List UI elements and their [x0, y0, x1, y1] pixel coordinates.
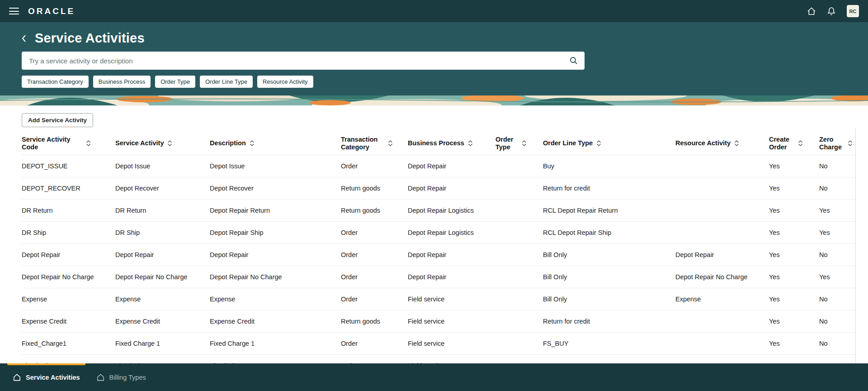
table-row[interactable]: DEPOT_ISSUEDepot IssueDepot IssueOrderDe…: [22, 155, 856, 177]
table-cell: Order: [341, 244, 408, 266]
table-cell: Yes: [819, 266, 856, 288]
table-row[interactable]: Depot Repair No ChargeDepot Repair No Ch…: [22, 266, 856, 288]
sort-icon[interactable]: [388, 140, 392, 147]
column-header-service-activity[interactable]: Service Activity: [115, 132, 210, 155]
table-cell: [495, 266, 543, 288]
column-header-resource-activity[interactable]: Resource Activity: [675, 132, 769, 155]
table-cell: RCL Depot Repair Ship: [543, 222, 675, 244]
table-cell: Yes: [769, 200, 819, 222]
table-cell: Fixed_Charge1: [22, 333, 115, 355]
table-cell: Field service: [408, 288, 495, 310]
table-cell: [495, 288, 543, 310]
banner-pattern: [0, 95, 868, 105]
filter-chip-order-line-type[interactable]: Order Line Type: [200, 76, 253, 88]
table-cell: Buy: [543, 155, 675, 177]
sort-icon[interactable]: [168, 140, 172, 147]
table-cell: Order: [341, 266, 408, 288]
column-label: Description: [210, 139, 246, 147]
table-cell: DR Ship: [115, 222, 210, 244]
back-button[interactable]: [20, 34, 28, 43]
sort-icon[interactable]: [522, 140, 526, 147]
table-row[interactable]: Expense CreditExpense CreditExpense Cred…: [22, 310, 856, 333]
column-header-zero-charge[interactable]: Zero Charge: [819, 132, 856, 155]
sort-icon[interactable]: [848, 140, 852, 147]
table-cell: Fixed Charge 1: [115, 333, 210, 355]
table-cell: Yes: [769, 288, 819, 310]
sort-icon[interactable]: [597, 140, 601, 147]
column-header-description[interactable]: Description: [210, 132, 341, 155]
table-cell: Field service: [408, 333, 495, 355]
table-cell: Return for credit: [543, 177, 675, 200]
filter-chip-order-type[interactable]: Order Type: [155, 76, 195, 88]
filter-chip-transaction-category[interactable]: Transaction Category: [22, 76, 89, 88]
table-cell: No: [819, 310, 856, 333]
column-header-create-order[interactable]: Create Order: [769, 132, 819, 155]
sort-icon[interactable]: [735, 140, 739, 147]
table-cell: Yes: [819, 222, 856, 244]
table-cell: Bill Only: [543, 244, 675, 266]
table-cell: Expense: [115, 288, 210, 310]
page-header: Service Activities Transaction CategoryB…: [0, 22, 868, 95]
table-cell: DEPOT_ISSUE: [22, 155, 115, 177]
sort-icon[interactable]: [86, 140, 90, 147]
add-service-activity-button[interactable]: Add Service Activity: [22, 113, 93, 127]
table-row[interactable]: ExpenseExpenseExpenseOrderField serviceB…: [22, 288, 856, 310]
table-cell: Expense Credit: [115, 310, 210, 333]
table-cell: [495, 200, 543, 222]
footer-tab-billing-types[interactable]: Billing Types: [96, 363, 146, 391]
column-header-transaction-category[interactable]: Transaction Category: [341, 132, 408, 155]
filter-chip-business-process[interactable]: Business Process: [93, 76, 151, 88]
table-cell: Bill Only: [543, 266, 675, 288]
table-cell: Yes: [769, 333, 819, 355]
table-cell: Yes: [769, 244, 819, 266]
table-row[interactable]: DEPOT_RECOVERDepot RecoverDepot RecoverR…: [22, 177, 856, 200]
home-icon[interactable]: [805, 5, 818, 18]
table-cell: No: [819, 244, 856, 266]
user-avatar[interactable]: RC: [847, 5, 859, 17]
table-cell: [495, 222, 543, 244]
search-box: [22, 52, 585, 70]
table-row[interactable]: Fixed_Charge1Fixed Charge 1Fixed Charge …: [22, 333, 856, 355]
column-header-business-process[interactable]: Business Process: [408, 132, 495, 155]
table-cell: Yes: [769, 155, 819, 177]
column-header-order-line-type[interactable]: Order Line Type: [543, 132, 675, 155]
table-cell: Depot Repair: [408, 266, 495, 288]
table-cell: Depot Repair: [22, 244, 115, 266]
table-cell: Yes: [769, 222, 819, 244]
column-header-service-activity-code[interactable]: Service Activity Code: [22, 132, 115, 155]
table-scrollbar[interactable]: [855, 128, 856, 363]
search-icon[interactable]: [569, 56, 578, 65]
table-cell: [675, 310, 769, 333]
footer-tab-label: Billing Types: [109, 374, 146, 381]
table-cell: [675, 155, 769, 177]
page-title: Service Activities: [35, 31, 145, 46]
search-input[interactable]: [28, 57, 569, 65]
table-cell: Yes: [819, 200, 856, 222]
content-area: Add Service Activity Service Activity Co…: [0, 105, 868, 377]
sort-icon[interactable]: [468, 140, 472, 147]
bell-icon[interactable]: [825, 5, 838, 18]
table-row[interactable]: Depot RepairDepot RepairDepot RepairOrde…: [22, 244, 856, 266]
table-cell: Order: [341, 288, 408, 310]
sort-icon[interactable]: [798, 140, 802, 147]
table-cell: Yes: [769, 310, 819, 333]
footer-tab-label: Service Activities: [26, 374, 80, 381]
table-cell: DEPOT_RECOVER: [22, 177, 115, 200]
chevron-left-icon: [20, 34, 28, 43]
table-cell: Bill Only: [543, 288, 675, 310]
decorative-banner: [0, 95, 868, 105]
table-cell: No: [819, 155, 856, 177]
footer-tab-service-activities[interactable]: Service Activities: [13, 363, 80, 391]
table-row[interactable]: DR ShipDR ShipDepot Repair ShipOrderDepo…: [22, 222, 856, 244]
table-cell: Expense Credit: [210, 310, 341, 333]
table-cell: [675, 222, 769, 244]
column-label: Order Type: [495, 136, 518, 151]
table-cell: Depot Recover: [115, 177, 210, 200]
filter-chip-resource-activity[interactable]: Resource Activity: [257, 76, 313, 88]
table-row[interactable]: DR ReturnDR ReturnDepot Repair ReturnRet…: [22, 200, 856, 222]
menu-icon[interactable]: [9, 8, 19, 14]
sort-icon[interactable]: [250, 140, 254, 147]
table-cell: Expense Credit: [22, 310, 115, 333]
column-label: Create Order: [769, 136, 794, 151]
column-header-order-type[interactable]: Order Type: [495, 132, 543, 155]
